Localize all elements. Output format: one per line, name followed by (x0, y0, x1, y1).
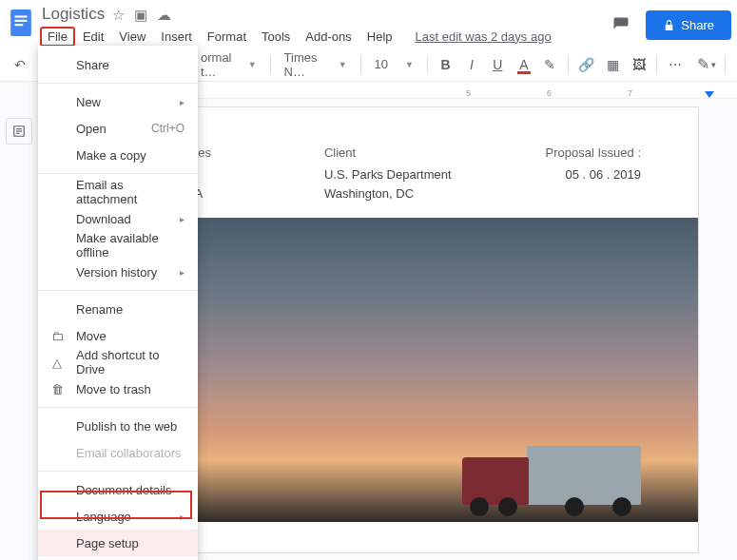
menu-tools[interactable]: Tools (254, 27, 298, 47)
undo-button[interactable]: ↶ (10, 53, 29, 76)
cloud-status-icon: ☁ (157, 8, 171, 22)
app-header: Logistics ☆ ▣ ☁ File Edit View Insert Fo… (0, 0, 737, 48)
drive-icon: △ (49, 356, 65, 370)
client-line-2: Washington, DC (324, 184, 483, 203)
col-header-client: Client (324, 145, 356, 160)
italic-button[interactable]: I (461, 53, 481, 76)
document-title[interactable]: Logistics (42, 5, 105, 24)
client-line-1: U.S. Parks Department (324, 165, 483, 184)
underline-button[interactable]: U (488, 53, 508, 76)
font-family-select[interactable]: Times N…▼ (279, 53, 353, 76)
menu-item-email-attachment[interactable]: Email as attachment (38, 179, 198, 205)
col-header-date: Proposal Issued : (546, 145, 641, 160)
font-size-select[interactable]: 10▼ (368, 53, 418, 76)
comments-button[interactable] (606, 10, 636, 40)
menu-edit[interactable]: Edit (75, 27, 111, 47)
menu-item-email-collaborators: Email collaborators (38, 439, 198, 466)
menu-item-move[interactable]: 🗀Move (38, 322, 198, 349)
highlight-button[interactable]: ✎ (540, 53, 560, 76)
menu-insert[interactable]: Insert (153, 27, 200, 47)
share-label: Share (681, 18, 714, 32)
menu-file[interactable]: File (40, 27, 75, 47)
menu-help[interactable]: Help (359, 27, 400, 47)
docs-logo[interactable] (6, 4, 36, 42)
menu-item-add-shortcut[interactable]: △Add shortcut to Drive (38, 349, 198, 376)
svg-rect-2 (15, 20, 28, 22)
menu-item-open[interactable]: OpenCtrl+O (38, 115, 198, 142)
svg-rect-3 (15, 24, 24, 26)
ruler-indent-marker[interactable] (705, 91, 714, 98)
text-color-button[interactable]: A (514, 53, 533, 76)
more-toolbar-button[interactable]: ⋯ (665, 53, 685, 76)
menu-item-trash[interactable]: 🗑Move to trash (38, 376, 198, 402)
editing-mode-button[interactable]: ✎▾ (697, 53, 717, 76)
bold-button[interactable]: B (436, 53, 456, 76)
menu-addons[interactable]: Add-ons (298, 27, 359, 47)
menu-item-offline[interactable]: Make available offline (38, 232, 198, 259)
paragraph-style-select[interactable]: ormal t…▼ (195, 53, 262, 76)
move-folder-icon[interactable]: ▣ (134, 8, 147, 22)
file-menu-dropdown: Share New▸ OpenCtrl+O Make a copy Email … (38, 46, 198, 560)
menu-item-make-copy[interactable]: Make a copy (38, 142, 198, 168)
last-edit-link[interactable]: Last edit was 2 days ago (416, 29, 552, 44)
trash-icon: 🗑 (49, 382, 65, 396)
menu-bar: File Edit View Insert Format Tools Add-o… (36, 25, 606, 48)
menu-format[interactable]: Format (200, 27, 254, 47)
share-button[interactable]: Share (646, 10, 731, 40)
insert-image-button[interactable]: 🖼 (629, 53, 649, 76)
insert-comment-button[interactable]: ▦ (602, 53, 622, 76)
folder-icon: 🗀 (49, 329, 65, 343)
menu-item-print[interactable]: ⎙PrintCtrl+P (38, 556, 198, 560)
menu-item-new[interactable]: New▸ (38, 88, 198, 115)
outline-toggle-button[interactable] (6, 118, 32, 145)
menu-item-download[interactable]: Download▸ (38, 205, 198, 232)
menu-item-document-details[interactable]: Document details (38, 476, 198, 503)
menu-item-rename[interactable]: Rename (38, 296, 198, 322)
proposal-date: 05 . 06 . 2019 (482, 165, 641, 184)
svg-rect-0 (10, 10, 31, 36)
menu-item-publish[interactable]: Publish to the web (38, 413, 198, 439)
menu-item-language[interactable]: Language▸ (38, 503, 198, 530)
star-icon[interactable]: ☆ (112, 8, 125, 22)
menu-view[interactable]: View (111, 27, 153, 47)
svg-rect-1 (15, 15, 28, 17)
menu-item-version-history[interactable]: Version history▸ (38, 259, 198, 285)
insert-link-button[interactable]: 🔗 (576, 53, 596, 76)
menu-item-page-setup[interactable]: Page setup (38, 530, 198, 556)
menu-item-share[interactable]: Share (38, 51, 198, 78)
